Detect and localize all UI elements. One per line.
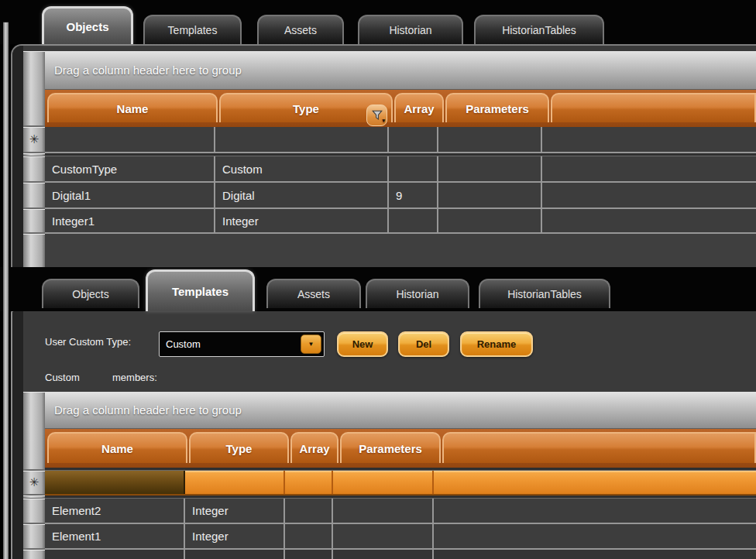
group-by-bar[interactable]: Drag a column header here to group bbox=[45, 51, 756, 90]
tab-label: Assets bbox=[297, 288, 330, 300]
new-cell-type[interactable] bbox=[185, 471, 285, 494]
new-cell-name[interactable] bbox=[45, 127, 215, 152]
row-header-cell bbox=[23, 234, 45, 267]
cell-type[interactable] bbox=[185, 550, 285, 559]
table-row[interactable]: Element1 Integer bbox=[45, 524, 756, 550]
new-item-row[interactable] bbox=[45, 127, 756, 153]
column-header-row: Name Type ▾ Array Parameters bbox=[45, 90, 756, 127]
cell-filler bbox=[542, 156, 756, 181]
group-by-bar[interactable]: Drag a column header here to group bbox=[45, 392, 756, 429]
panel-gutter bbox=[12, 46, 23, 267]
objects-grid: ✳ Drag a column header here to group Nam… bbox=[23, 51, 756, 267]
table-row[interactable]: Element2 Integer bbox=[45, 499, 756, 524]
cell-name[interactable]: Element2 bbox=[45, 499, 185, 523]
column-label: Parameters bbox=[466, 102, 529, 115]
column-header-array[interactable]: Array bbox=[394, 93, 444, 122]
column-header-name[interactable]: Name bbox=[47, 93, 218, 122]
new-item-row-selected[interactable] bbox=[45, 471, 756, 496]
column-label: Parameters bbox=[359, 442, 422, 455]
new-cell-parameters[interactable] bbox=[333, 471, 434, 494]
members-type-name: Custom bbox=[45, 372, 80, 383]
column-header-array[interactable]: Array bbox=[290, 432, 338, 463]
cell-parameters[interactable] bbox=[438, 209, 542, 232]
del-button[interactable]: Del bbox=[398, 331, 449, 357]
cell-name[interactable]: Digital1 bbox=[45, 183, 215, 207]
column-header-name[interactable]: Name bbox=[47, 432, 187, 463]
cell-filler bbox=[542, 209, 756, 232]
cell-filler bbox=[434, 550, 756, 559]
cell-filler bbox=[434, 524, 756, 548]
cell-array[interactable] bbox=[285, 524, 333, 548]
column-header-parameters[interactable]: Parameters bbox=[445, 93, 549, 122]
combo-selected-value: Custom bbox=[166, 338, 201, 350]
tab-objects-bottom[interactable]: Objects bbox=[42, 279, 139, 308]
filter-caret-icon: ▾ bbox=[382, 118, 385, 123]
row-header-cell bbox=[23, 51, 45, 127]
column-header-row: Name Type Array Parameters bbox=[45, 429, 756, 468]
column-header-type[interactable]: Type bbox=[189, 432, 289, 463]
cell-array[interactable] bbox=[285, 550, 333, 559]
tab-assets-bottom[interactable]: Assets bbox=[266, 279, 361, 308]
tab-label: Historian bbox=[389, 24, 431, 36]
new-cell-array[interactable] bbox=[389, 127, 438, 152]
user-custom-type-select[interactable]: Custom ▼ bbox=[159, 331, 325, 357]
cell-name[interactable]: CustomType bbox=[45, 156, 215, 181]
new-cell-type[interactable] bbox=[215, 127, 389, 152]
cell-array[interactable] bbox=[389, 156, 438, 181]
cell-type[interactable]: Integer bbox=[215, 209, 389, 232]
tab-historiantables-bottom[interactable]: HistorianTables bbox=[479, 279, 610, 308]
filter-icon[interactable]: ▾ bbox=[366, 105, 387, 126]
cell-parameters[interactable] bbox=[333, 524, 434, 548]
tab-templates-top[interactable]: Templates bbox=[143, 15, 242, 44]
cell-name[interactable]: Element1 bbox=[45, 524, 185, 548]
column-header-type[interactable]: Type ▾ bbox=[219, 93, 393, 122]
new-row-marker: ✳ bbox=[23, 471, 45, 496]
cell-type[interactable]: Integer bbox=[185, 524, 285, 548]
row-header-cell bbox=[23, 183, 45, 209]
tab-historian-bottom[interactable]: Historian bbox=[366, 279, 469, 308]
tab-historiantables-top[interactable]: HistorianTables bbox=[474, 15, 604, 44]
row-header-cell bbox=[23, 499, 45, 524]
table-row[interactable]: Digital1 Digital 9 bbox=[45, 183, 756, 209]
new-cell-array[interactable] bbox=[285, 471, 333, 494]
rename-button[interactable]: Rename bbox=[460, 331, 533, 357]
members-label: members: bbox=[112, 372, 157, 383]
new-cell-parameters[interactable] bbox=[438, 127, 542, 152]
table-row-partial[interactable] bbox=[45, 550, 756, 559]
tab-historian-top[interactable]: Historian bbox=[358, 15, 463, 44]
column-header-parameters[interactable]: Parameters bbox=[340, 432, 441, 463]
cell-parameters[interactable] bbox=[438, 183, 542, 207]
cell-array[interactable]: 9 bbox=[389, 183, 438, 207]
cell-type[interactable]: Integer bbox=[185, 499, 285, 523]
cell-name[interactable] bbox=[45, 550, 185, 559]
cell-filler bbox=[542, 183, 756, 207]
cell-array[interactable] bbox=[285, 499, 333, 523]
cell-array[interactable] bbox=[389, 209, 438, 232]
cell-parameters[interactable] bbox=[333, 499, 434, 523]
tab-templates-bottom[interactable]: Templates bbox=[146, 269, 255, 311]
table-row[interactable]: Integer1 Integer bbox=[45, 209, 756, 234]
cell-type[interactable]: Custom bbox=[215, 156, 389, 181]
grid-body: Drag a column header here to group Name … bbox=[45, 51, 756, 267]
row-header-cell bbox=[23, 392, 45, 471]
cell-name[interactable]: Integer1 bbox=[45, 209, 215, 232]
grid-body: Drag a column header here to group Name … bbox=[45, 392, 756, 559]
tab-label: Objects bbox=[72, 288, 108, 300]
row-header-cell bbox=[23, 209, 45, 234]
column-header-filler bbox=[442, 432, 756, 463]
tab-objects-top[interactable]: Objects bbox=[42, 6, 133, 44]
tab-label: Objects bbox=[66, 20, 108, 33]
new-cell-name-focused[interactable] bbox=[45, 471, 185, 494]
row-header-strip: ✳ bbox=[23, 392, 45, 559]
cell-parameters[interactable] bbox=[438, 156, 542, 181]
cell-parameters[interactable] bbox=[333, 550, 434, 559]
tab-assets-top[interactable]: Assets bbox=[257, 15, 344, 44]
new-cell-filler bbox=[434, 471, 756, 494]
new-button[interactable]: New bbox=[337, 331, 388, 357]
chevron-down-icon[interactable]: ▼ bbox=[301, 334, 321, 354]
row-header-cell bbox=[23, 156, 45, 183]
cell-type[interactable]: Digital bbox=[215, 183, 389, 207]
tab-label: HistorianTables bbox=[502, 24, 576, 36]
table-row[interactable]: CustomType Custom bbox=[45, 156, 756, 183]
new-cell-filler bbox=[542, 127, 756, 152]
